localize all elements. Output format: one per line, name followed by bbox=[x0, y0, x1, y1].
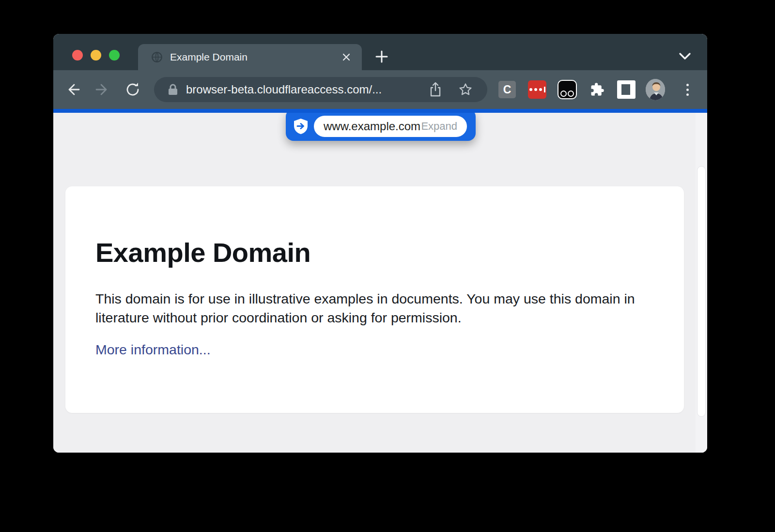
minimize-window-button[interactable] bbox=[91, 50, 101, 61]
extension-c-button[interactable]: C bbox=[497, 80, 517, 99]
puzzle-icon bbox=[590, 82, 604, 97]
lock-icon bbox=[168, 83, 178, 96]
window-square-icon bbox=[617, 80, 636, 99]
share-icon[interactable] bbox=[429, 82, 442, 97]
avatar bbox=[646, 79, 665, 100]
extension-c-badge: C bbox=[498, 81, 516, 98]
tab-title: Example Domain bbox=[170, 51, 341, 63]
isolated-domain-field[interactable]: www.example.com Expand bbox=[314, 116, 467, 137]
tab-strip: Example Domain bbox=[53, 34, 707, 70]
page-viewport: www.example.com Expand Example Domain Th… bbox=[53, 113, 707, 453]
extension-lastpass-button[interactable] bbox=[527, 80, 547, 99]
extensions-menu-button[interactable] bbox=[588, 80, 607, 99]
expand-button[interactable]: Expand bbox=[421, 120, 457, 133]
more-information-link[interactable]: More information... bbox=[95, 342, 211, 358]
binoculars-icon bbox=[558, 80, 577, 99]
shield-arrow-icon bbox=[293, 118, 309, 135]
lastpass-icon bbox=[528, 80, 546, 99]
extension-camera-button[interactable] bbox=[558, 80, 577, 99]
content-card: Example Domain This domain is for use in… bbox=[65, 186, 684, 413]
isolated-domain: www.example.com bbox=[324, 120, 420, 133]
isolation-indicator-pill[interactable]: www.example.com Expand bbox=[286, 113, 476, 141]
maximize-window-button[interactable] bbox=[109, 50, 120, 61]
page-paragraph: This domain is for use in illustrative e… bbox=[95, 289, 655, 327]
globe-favicon-icon bbox=[151, 51, 163, 63]
browser-window: Example Domain browser-b bbox=[53, 34, 707, 453]
forward-button[interactable] bbox=[94, 81, 111, 98]
new-tab-button[interactable] bbox=[373, 48, 390, 65]
side-panel-button[interactable] bbox=[617, 80, 636, 99]
close-window-button[interactable] bbox=[72, 50, 83, 61]
tab-close-icon[interactable] bbox=[341, 52, 351, 62]
profile-avatar[interactable] bbox=[646, 80, 665, 99]
back-button[interactable] bbox=[64, 81, 81, 98]
isolation-accent-bar bbox=[53, 109, 707, 113]
bookmark-star-icon[interactable] bbox=[458, 82, 473, 97]
scrollbar-thumb[interactable] bbox=[697, 166, 706, 417]
url-text: browser-beta.cloudflareaccess.com/... bbox=[186, 83, 429, 96]
toolbar: browser-beta.cloudflareaccess.com/... C bbox=[53, 70, 707, 109]
reload-button[interactable] bbox=[124, 81, 141, 98]
scrollbar-track[interactable] bbox=[696, 113, 707, 453]
page-title: Example Domain bbox=[95, 237, 684, 268]
kebab-menu-icon bbox=[686, 84, 689, 96]
chevron-down-icon[interactable] bbox=[678, 52, 692, 61]
tab-example-domain[interactable]: Example Domain bbox=[138, 44, 362, 70]
address-bar[interactable]: browser-beta.cloudflareaccess.com/... bbox=[154, 77, 487, 102]
browser-menu-button[interactable] bbox=[678, 80, 697, 99]
